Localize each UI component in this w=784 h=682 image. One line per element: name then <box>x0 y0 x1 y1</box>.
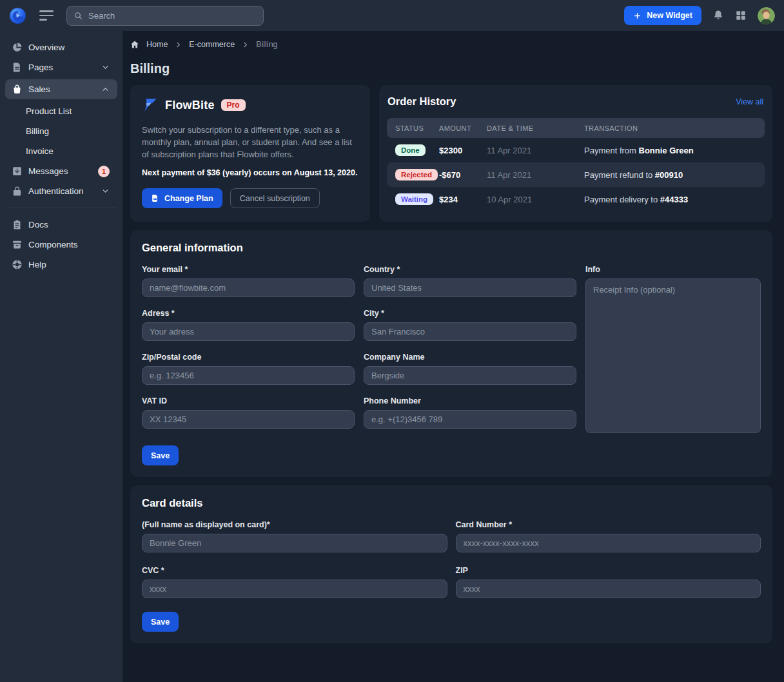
general-information-title: General information <box>142 242 761 254</box>
email-label: Your email * <box>142 265 355 274</box>
subscription-description: Switch your subscription to a different … <box>142 124 358 161</box>
subscription-card: FlowBite Pro Switch your subscription to… <box>130 85 370 222</box>
city-field[interactable] <box>364 322 576 341</box>
breadcrumb-home[interactable]: Home <box>146 40 168 49</box>
sidebar-item-product-list[interactable]: Product List <box>5 101 117 121</box>
search-icon <box>74 11 83 21</box>
new-widget-label: New Widget <box>647 11 692 20</box>
zip-card-field[interactable] <box>456 580 761 598</box>
lock-icon <box>12 186 23 197</box>
new-widget-button[interactable]: New Widget <box>624 6 701 25</box>
sidebar-item-invoice[interactable]: Invoice <box>5 141 117 161</box>
date-cell: 11 Apr 2021 <box>487 146 584 155</box>
breadcrumb: Home E-commerce Billing <box>130 40 772 49</box>
email-field[interactable] <box>142 278 355 297</box>
sidebar-item-billing[interactable]: Billing <box>5 121 117 141</box>
main-content: Home E-commerce Billing Billing <box>122 31 784 682</box>
vat-id-field[interactable] <box>142 410 355 429</box>
sidebar-item-label: Messages <box>28 166 68 176</box>
order-history-title: Order History <box>387 95 456 108</box>
sidebar: Overview Pages Sales Product List Billin… <box>0 31 122 682</box>
sidebar-item-label: Authentication <box>28 186 84 196</box>
table-row: Done $2300 11 Apr 2021 Payment from Bonn… <box>387 138 765 162</box>
address-field-group: Adress * <box>142 309 355 341</box>
company-label: Company Name <box>364 353 576 362</box>
country-label: Country * <box>364 265 576 274</box>
card-number-field-group: Card Number * <box>456 520 761 552</box>
user-avatar[interactable] <box>758 7 775 24</box>
change-plan-button[interactable]: Change Plan <box>142 188 222 208</box>
sidebar-item-label: Help <box>28 260 46 269</box>
search-input[interactable] <box>88 11 257 21</box>
sidebar-item-components[interactable]: Components <box>5 235 117 255</box>
phone-number-field[interactable] <box>364 410 576 429</box>
card-details-save-button[interactable]: Save <box>142 612 179 632</box>
pie-chart-icon <box>12 42 23 53</box>
sidebar-item-label: Components <box>28 240 78 249</box>
zip-field-group: Zip/Postal code <box>142 353 355 385</box>
sidebar-item-help[interactable]: Help <box>5 255 117 275</box>
card-number-label: Card Number * <box>456 520 761 529</box>
sidebar-toggle-icon[interactable] <box>39 10 54 21</box>
breadcrumb-current: Billing <box>256 40 277 49</box>
zip-postal-field[interactable] <box>142 366 355 385</box>
date-cell: 10 Apr 2021 <box>487 195 584 204</box>
change-plan-label: Change Plan <box>164 194 213 203</box>
company-field-group: Company Name <box>364 353 576 385</box>
city-label: City * <box>364 309 576 318</box>
notifications-bell-icon[interactable] <box>712 10 724 21</box>
receipt-info-textarea[interactable] <box>585 278 761 433</box>
cvc-label: CVC * <box>142 566 447 575</box>
order-table-header: STATUS AMOUNT DATE & TIME TRANSACTION <box>387 118 765 138</box>
sidebar-item-authentication[interactable]: Authentication <box>5 181 117 201</box>
clipboard-icon <box>12 219 23 230</box>
apps-grid-icon[interactable] <box>735 10 747 21</box>
vat-label: VAT ID <box>142 396 355 405</box>
table-row: Rejected -$670 11 Apr 2021 Payment refun… <box>387 162 765 187</box>
chevron-down-icon <box>101 63 110 72</box>
card-number-field[interactable] <box>456 534 761 552</box>
zip-card-label: ZIP <box>456 566 761 575</box>
country-field[interactable] <box>364 278 576 297</box>
sidebar-item-sales[interactable]: Sales <box>5 79 117 99</box>
amount-cell: $234 <box>439 195 487 204</box>
view-all-link[interactable]: View all <box>736 97 763 106</box>
address-label: Adress * <box>142 309 355 318</box>
sidebar-item-docs[interactable]: Docs <box>5 215 117 235</box>
flowbite-logo-icon[interactable] <box>9 7 26 24</box>
inbox-icon <box>12 166 23 177</box>
date-cell: 11 Apr 2021 <box>487 170 584 180</box>
sidebar-item-pages[interactable]: Pages <box>5 57 117 77</box>
cvc-field[interactable] <box>142 580 447 598</box>
general-info-save-button[interactable]: Save <box>142 445 179 465</box>
pro-badge: Pro <box>221 99 246 111</box>
next-payment-note: Next payment of $36 (yearly) occurs on A… <box>142 168 358 177</box>
messages-count-badge: 1 <box>98 166 110 177</box>
cardholder-name-field[interactable] <box>142 534 447 552</box>
sidebar-item-label: Product List <box>26 106 72 116</box>
top-navbar: New Widget <box>0 0 784 31</box>
zip-label: Zip/Postal code <box>142 353 355 362</box>
general-information-card: General information Your email * Adress … <box>130 230 772 477</box>
column-header-date: DATE & TIME <box>487 124 584 132</box>
sidebar-item-messages[interactable]: Messages 1 <box>5 161 117 181</box>
status-badge: Waiting <box>395 193 433 205</box>
info-field-group: Info <box>585 265 761 436</box>
chevron-down-icon <box>101 187 110 195</box>
address-field[interactable] <box>142 322 355 341</box>
breadcrumb-ecommerce[interactable]: E-commerce <box>189 40 235 49</box>
document-icon <box>12 62 23 73</box>
card-details-title: Card details <box>142 497 761 509</box>
sidebar-item-label: Pages <box>28 63 53 72</box>
status-badge: Done <box>395 144 426 156</box>
sidebar-item-label: Docs <box>28 220 48 229</box>
vat-field-group: VAT ID <box>142 396 355 429</box>
column-header-amount: AMOUNT <box>439 124 487 132</box>
sidebar-item-overview[interactable]: Overview <box>5 37 117 57</box>
email-field-group: Your email * <box>142 265 355 297</box>
amount-cell: $2300 <box>439 146 487 155</box>
transaction-cell: Payment delivery to #44333 <box>584 195 765 204</box>
cancel-subscription-button[interactable]: Cancel subscription <box>230 188 320 208</box>
company-name-field[interactable] <box>364 366 576 385</box>
archive-icon <box>12 239 23 250</box>
